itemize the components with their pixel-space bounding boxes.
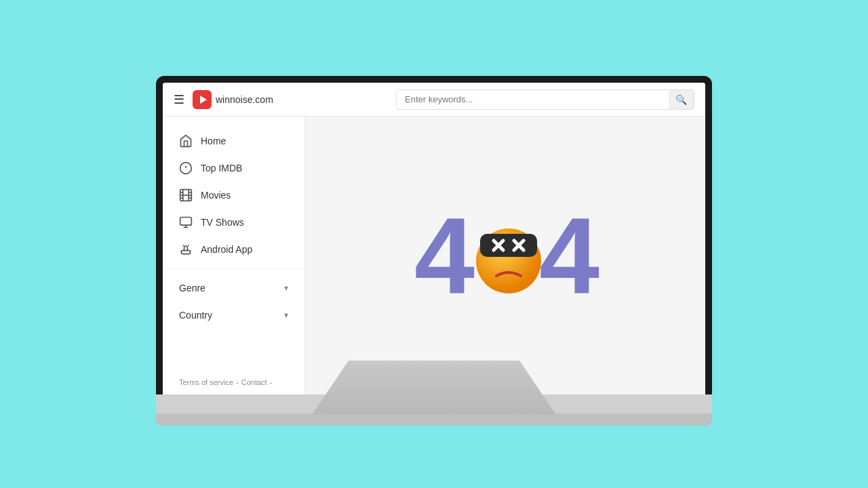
film-icon: [179, 188, 193, 202]
sidebar-item-top-imdb[interactable]: Top IMDB: [163, 155, 304, 182]
laptop-foot: [156, 413, 712, 426]
laptop-wrapper: ☰ winnoise.com 🔍: [156, 76, 712, 426]
sidebar-item-android-app[interactable]: Android App: [163, 236, 304, 263]
footer-separator-1: -: [236, 378, 239, 386]
search-button[interactable]: 🔍: [669, 90, 694, 109]
tv-shows-label: TV Shows: [201, 217, 244, 228]
logo-area: winnoise.com: [193, 90, 273, 109]
search-input[interactable]: [397, 90, 669, 108]
sidebar: Home Top IMDB: [163, 117, 305, 394]
laptop-base: [156, 394, 712, 415]
header: ☰ winnoise.com 🔍: [163, 83, 705, 117]
search-bar: 🔍: [396, 89, 694, 110]
country-chevron-icon: ▾: [284, 310, 288, 320]
svg-line-17: [188, 245, 189, 246]
site-name: winnoise.com: [216, 94, 273, 105]
laptop-stand: [312, 361, 556, 415]
emoji-svg: [468, 215, 549, 296]
logo-icon: [193, 90, 212, 109]
sidebar-footer: Terms of service - Contact -: [163, 370, 304, 394]
genre-label: Genre: [179, 283, 205, 293]
sidebar-divider: [163, 268, 304, 269]
error-404-display: 4: [414, 201, 596, 310]
sidebar-item-tv-shows[interactable]: TV Shows: [163, 209, 304, 236]
movies-label: Movies: [201, 190, 231, 201]
main-layout: Home Top IMDB: [163, 117, 705, 394]
menu-icon[interactable]: ☰: [174, 92, 184, 107]
home-label: Home: [201, 136, 226, 146]
sidebar-item-home[interactable]: Home: [163, 127, 304, 155]
monitor-icon: [179, 216, 193, 229]
star-icon: [179, 161, 193, 175]
screen-outer: ☰ winnoise.com 🔍: [156, 76, 712, 394]
svg-rect-19: [480, 234, 537, 257]
content-area: 4: [305, 117, 705, 394]
error-digit-left: 4: [414, 201, 471, 310]
error-emoji: [468, 215, 549, 296]
sidebar-item-movies[interactable]: Movies: [163, 182, 304, 209]
top-imdb-label: Top IMDB: [201, 163, 242, 174]
country-dropdown[interactable]: Country ▾: [163, 302, 304, 329]
terms-link[interactable]: Terms of service: [179, 378, 233, 386]
home-icon: [179, 134, 193, 148]
svg-rect-13: [180, 218, 192, 226]
svg-line-16: [183, 245, 184, 246]
footer-separator-2: -: [270, 378, 273, 386]
country-label: Country: [179, 310, 212, 321]
android-app-label: Android App: [201, 244, 252, 255]
error-container: 4: [363, 161, 648, 350]
genre-dropdown[interactable]: Genre ▾: [163, 274, 304, 302]
genre-chevron-icon: ▾: [284, 283, 288, 293]
android-icon: [179, 243, 193, 256]
screen-inner: ☰ winnoise.com 🔍: [163, 83, 705, 394]
contact-link[interactable]: Contact: [241, 378, 267, 386]
